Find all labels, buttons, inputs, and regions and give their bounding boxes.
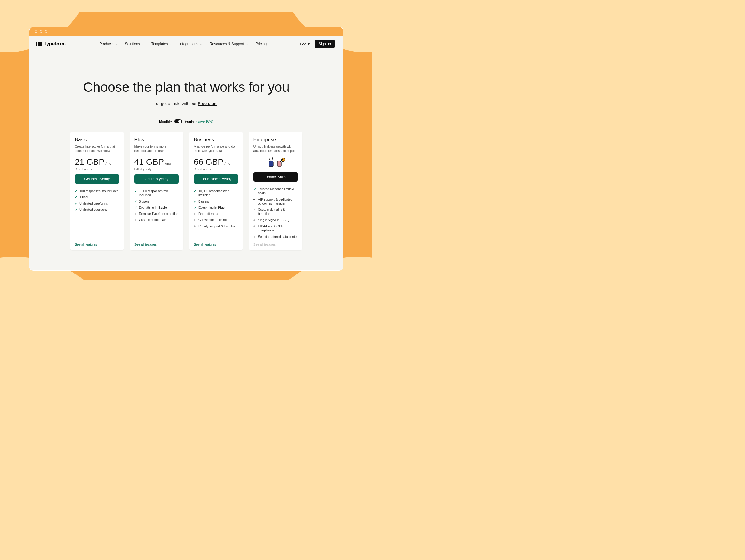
save-label: (save 16%) <box>196 120 213 123</box>
plan-cta-button[interactable]: Contact Sales <box>254 172 298 182</box>
feature-text: Unlimited questions <box>79 208 107 212</box>
signup-button[interactable]: Sign up <box>315 39 335 48</box>
plan-name: Basic <box>75 137 119 143</box>
plus-icon: + <box>194 212 197 216</box>
nav-menu: Products⌄Solutions⌄Templates⌄Integration… <box>66 42 300 46</box>
feature-text: Everything in Basic <box>139 206 167 210</box>
see-all-features-link: See all features <box>254 243 298 246</box>
billed-label: Billed yearly <box>75 167 119 171</box>
nav-item-solutions[interactable]: Solutions⌄ <box>125 42 143 46</box>
brand-logo[interactable]: Typeform <box>36 41 66 47</box>
plan-price: 66 GBP <box>194 157 224 167</box>
feature-item: +Priority support & live chat <box>194 224 238 228</box>
feature-text: 1 user <box>79 195 89 199</box>
chevron-down-icon: ⌄ <box>200 42 202 46</box>
feature-text: Select preferred data center <box>258 235 298 239</box>
enterprise-illustration-icon <box>254 157 298 169</box>
feature-text: 5 users <box>198 199 209 204</box>
plan-card-basic: BasicCreate interactive forms that conne… <box>70 131 124 250</box>
browser-titlebar <box>29 27 343 36</box>
nav-item-templates[interactable]: Templates⌄ <box>151 42 172 46</box>
login-link[interactable]: Log in <box>300 42 310 46</box>
nav-item-resources-support[interactable]: Resources & Support⌄ <box>209 42 248 46</box>
nav-item-label: Solutions <box>125 42 140 46</box>
plan-price: 41 GBP <box>134 157 164 167</box>
hero-subtitle: or get a taste with our Free plan <box>29 101 343 106</box>
nav-item-integrations[interactable]: Integrations⌄ <box>179 42 202 46</box>
billing-toggle[interactable] <box>174 119 182 123</box>
plan-card-enterprise: EnterpriseUnlock limitless growth with a… <box>249 131 303 250</box>
page-title: Choose the plan that works for you <box>29 79 343 95</box>
check-icon: ✓ <box>194 199 197 204</box>
nav-right: Log in Sign up <box>300 39 335 48</box>
check-icon: ✓ <box>75 208 78 212</box>
feature-item: ✓1,000 responses/mo included <box>134 189 179 197</box>
see-all-features-link[interactable]: See all features <box>75 243 119 246</box>
chevron-down-icon: ⌄ <box>141 42 144 46</box>
svg-rect-1 <box>277 161 282 167</box>
see-all-features-link[interactable]: See all features <box>134 243 179 246</box>
check-icon: ✓ <box>194 189 197 193</box>
check-icon: ✓ <box>134 206 137 210</box>
check-icon: ✓ <box>134 199 137 204</box>
feature-text: 10,000 responses/mo included <box>198 189 238 197</box>
check-icon: ✓ <box>75 195 78 199</box>
plan-desc: Create interactive forms that connect to… <box>75 144 119 153</box>
nav-item-label: Templates <box>151 42 168 46</box>
price-row: 21 GBP/mo <box>75 157 119 167</box>
feature-item: ✓100 responses/mo included <box>75 189 119 193</box>
top-nav: Typeform Products⌄Solutions⌄Templates⌄In… <box>29 36 343 52</box>
feature-item: +VIP support & dedicated outcomes manage… <box>254 197 298 206</box>
plus-icon: + <box>254 197 256 201</box>
feature-item: +Remove Typeform branding <box>134 212 179 216</box>
feature-item: ✓1 user <box>75 195 119 199</box>
plan-cta-button[interactable]: Get Basic yearly <box>75 174 119 184</box>
feature-item: +Single Sign-On (SSO) <box>254 218 298 222</box>
check-icon: ✓ <box>254 187 256 191</box>
feature-item: +Select preferred data center <box>254 235 298 239</box>
plan-name: Enterprise <box>254 137 298 143</box>
plus-icon: + <box>134 218 137 222</box>
svg-rect-0 <box>269 161 273 167</box>
feature-item: ✓10,000 responses/mo included <box>194 189 238 197</box>
billing-toggle-row: Monthly Yearly (save 16%) <box>29 119 343 123</box>
feature-text: Single Sign-On (SSO) <box>258 218 290 222</box>
feature-item: +Conversion tracking <box>194 218 238 222</box>
plan-cta-button[interactable]: Get Business yearly <box>194 174 238 184</box>
plus-icon: + <box>194 224 197 228</box>
feature-list: ✓1,000 responses/mo included✓3 users✓Eve… <box>134 189 179 239</box>
check-icon: ✓ <box>194 206 197 210</box>
plan-period: /mo <box>165 161 171 166</box>
feature-text: Remove Typeform branding <box>139 212 179 216</box>
feature-text: Everything in Plus <box>198 206 225 210</box>
nav-item-products[interactable]: Products⌄ <box>99 42 117 46</box>
chevron-down-icon: ⌄ <box>169 42 172 46</box>
pricing-cards: BasicCreate interactive forms that conne… <box>29 123 343 250</box>
check-icon: ✓ <box>75 189 78 193</box>
chevron-down-icon: ⌄ <box>115 42 117 46</box>
feature-text: Custom domains & branding <box>258 208 298 216</box>
plan-period: /mo <box>225 161 230 166</box>
nav-item-pricing[interactable]: Pricing <box>256 42 266 46</box>
feature-text: 100 responses/mo included <box>79 189 119 193</box>
window-dot-icon <box>44 30 47 33</box>
feature-item: +HIPAA and GDPR compliance <box>254 224 298 232</box>
monthly-label[interactable]: Monthly <box>159 120 172 123</box>
window-dot-icon <box>40 30 42 33</box>
feature-text: Unlimited typeforms <box>79 201 108 206</box>
price-row: 66 GBP/mo <box>194 157 238 167</box>
yearly-label[interactable]: Yearly <box>184 120 194 123</box>
feature-item: ✓5 users <box>194 199 238 204</box>
plus-icon: + <box>194 218 197 222</box>
hero-sub-prefix: or get a taste with our <box>156 101 198 106</box>
billed-label: Billed yearly <box>134 167 179 171</box>
plan-cta-button[interactable]: Get Plus yearly <box>134 174 179 184</box>
feature-text: HIPAA and GDPR compliance <box>258 224 298 232</box>
window-dot-icon <box>35 30 37 33</box>
browser-window: Typeform Products⌄Solutions⌄Templates⌄In… <box>29 27 344 271</box>
see-all-features-link[interactable]: See all features <box>194 243 238 246</box>
plan-card-business: BusinessAnalyze performance and do more … <box>189 131 243 250</box>
feature-item: ✓Everything in Basic <box>134 206 179 210</box>
plus-icon: + <box>254 224 256 228</box>
free-plan-link[interactable]: Free plan <box>198 101 217 106</box>
